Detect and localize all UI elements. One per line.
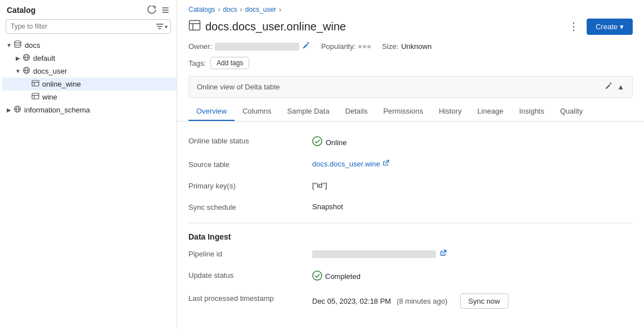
update-status-value: Completed — [312, 271, 633, 282]
sidebar-search-area: ▾ — [0, 19, 177, 38]
owner-meta: Owner: — [188, 42, 310, 51]
delta-banner-collapse-icon[interactable]: ▲ — [617, 83, 624, 91]
tree-item-wine[interactable]: wine — [2, 91, 177, 103]
tree-item-default[interactable]: ▶ default — [2, 52, 177, 65]
sync-schedule-label: Sync schedule — [188, 202, 312, 211]
main-content: Catalogs › docs › docs_user › docs.docs_… — [177, 0, 644, 329]
schema-icon-default — [22, 53, 30, 63]
popularity-dots — [358, 45, 371, 48]
tab-lineage[interactable]: Lineage — [470, 102, 511, 121]
overview-content: Online table status Online Source table … — [177, 121, 644, 329]
filter-icon[interactable]: ▾ — [156, 22, 168, 30]
source-table-label: Source table — [188, 160, 312, 169]
tree-item-docs-user[interactable]: ▼ docs_user — [2, 65, 177, 78]
pipeline-id-row: Pipeline id — [188, 244, 633, 265]
sidebar-title: Catalog — [7, 6, 35, 15]
primary-keys-value: ["id"] — [312, 181, 633, 190]
online-table-status-row: Online table status Online — [188, 130, 633, 154]
tags-row: Tags: Add tags — [177, 55, 644, 74]
pipeline-id-placeholder — [312, 250, 436, 258]
data-ingest-title: Data Ingest — [188, 228, 633, 244]
delta-banner: Online view of Delta table ▲ — [188, 76, 633, 98]
schema-icon-docs-user — [22, 66, 30, 76]
breadcrumb-docs-user[interactable]: docs_user — [245, 6, 276, 13]
owner-edit-icon[interactable] — [302, 42, 310, 51]
online-status-check-icon — [312, 136, 322, 148]
table-icon-wine — [31, 92, 39, 102]
update-status-text: Completed — [325, 272, 361, 281]
popularity-meta: Popularity: — [321, 42, 371, 51]
database-icon — [13, 40, 22, 50]
tab-insights[interactable]: Insights — [511, 102, 552, 121]
schema-icon-information — [13, 105, 21, 115]
online-status-text: Online — [326, 138, 347, 147]
sidebar: Catalog ▾ ▼ docs — [0, 0, 177, 329]
external-link-icon — [382, 160, 389, 168]
page-title-area: docs.docs_user.online_wine — [188, 19, 346, 34]
sidebar-header: Catalog — [0, 0, 177, 19]
tab-sample-data[interactable]: Sample Data — [279, 102, 337, 121]
tree-item-online-wine[interactable]: online_wine — [2, 78, 177, 91]
size-value: Unknown — [401, 42, 431, 51]
pipeline-external-link-icon[interactable] — [439, 249, 447, 259]
breadcrumb: Catalogs › docs › docs_user › — [177, 0, 644, 16]
page-title: docs.docs_user.online_wine — [205, 20, 346, 33]
source-table-link[interactable]: docs.docs_user.wine — [312, 160, 389, 168]
tree-label-default: default — [33, 54, 55, 62]
tab-permissions[interactable]: Permissions — [375, 102, 431, 121]
completed-check-icon — [312, 271, 322, 282]
kebab-menu-button[interactable]: ⋮ — [565, 18, 582, 35]
last-processed-datetime: Dec 05, 2023, 02:18 PM — [312, 297, 391, 305]
online-table-status-value: Online — [312, 136, 633, 148]
last-processed-row: Last processed timestamp Dec 05, 2023, 0… — [188, 288, 633, 314]
owner-value-placeholder — [215, 43, 299, 51]
tags-label: Tags: — [188, 59, 206, 67]
tree-item-docs[interactable]: ▼ docs — [2, 38, 177, 52]
svg-point-0 — [15, 41, 21, 43]
size-label: Size: — [382, 42, 398, 51]
pipeline-id-value — [312, 249, 633, 259]
svg-point-19 — [313, 137, 322, 146]
svg-rect-10 — [32, 93, 39, 99]
tab-history[interactable]: History — [431, 102, 469, 121]
sync-schedule-value: Snapshot — [312, 202, 633, 211]
update-status-row: Update status Completed — [188, 265, 633, 288]
tab-details[interactable]: Details — [337, 102, 376, 121]
tree-label-wine: wine — [42, 93, 57, 101]
tab-columns[interactable]: Columns — [235, 102, 279, 121]
sync-schedule-row: Sync schedule Snapshot — [188, 197, 633, 218]
meta-row: Owner: Popularity: Size: Unknown — [177, 39, 644, 55]
tree-label-information-schema: information_schema — [24, 106, 90, 114]
tabs: Overview Columns Sample Data Details Per… — [177, 102, 644, 121]
create-button[interactable]: Create ▾ — [587, 19, 633, 35]
tree-label-online-wine: online_wine — [42, 80, 81, 88]
update-status-label: Update status — [188, 271, 312, 280]
breadcrumb-docs[interactable]: docs — [223, 6, 237, 13]
last-processed-label: Last processed timestamp — [188, 294, 312, 303]
last-processed-ago: (8 minutes ago) — [397, 297, 447, 305]
collapse-icon[interactable] — [161, 6, 170, 15]
online-table-status-label: Online table status — [188, 136, 312, 145]
breadcrumb-catalogs[interactable]: Catalogs — [188, 6, 215, 13]
delta-banner-edit-icon[interactable] — [605, 82, 613, 92]
page-type-icon — [188, 19, 201, 34]
tab-overview[interactable]: Overview — [188, 102, 235, 121]
tree: ▼ docs ▶ default ▼ docs_user — [0, 38, 177, 329]
sync-now-button[interactable]: Sync now — [460, 294, 508, 309]
search-input[interactable] — [6, 19, 171, 34]
header-actions: ⋮ Create ▾ — [565, 18, 633, 35]
tree-label-docs: docs — [25, 41, 40, 49]
last-processed-value: Dec 05, 2023, 02:18 PM (8 minutes ago) S… — [312, 294, 633, 309]
refresh-icon[interactable] — [147, 6, 156, 15]
tab-quality[interactable]: Quality — [552, 102, 591, 121]
size-meta: Size: Unknown — [382, 42, 431, 51]
svg-rect-7 — [32, 80, 39, 86]
tree-item-information-schema[interactable]: ▶ information_schema — [2, 103, 177, 116]
section-divider — [188, 223, 633, 223]
tree-label-docs-user: docs_user — [33, 67, 67, 75]
svg-rect-16 — [190, 20, 200, 30]
source-table-row: Source table docs.docs_user.wine — [188, 154, 633, 175]
primary-keys-label: Primary key(s) — [188, 181, 312, 190]
add-tags-button[interactable]: Add tags — [210, 57, 249, 69]
create-dropdown-icon: ▾ — [620, 22, 624, 31]
